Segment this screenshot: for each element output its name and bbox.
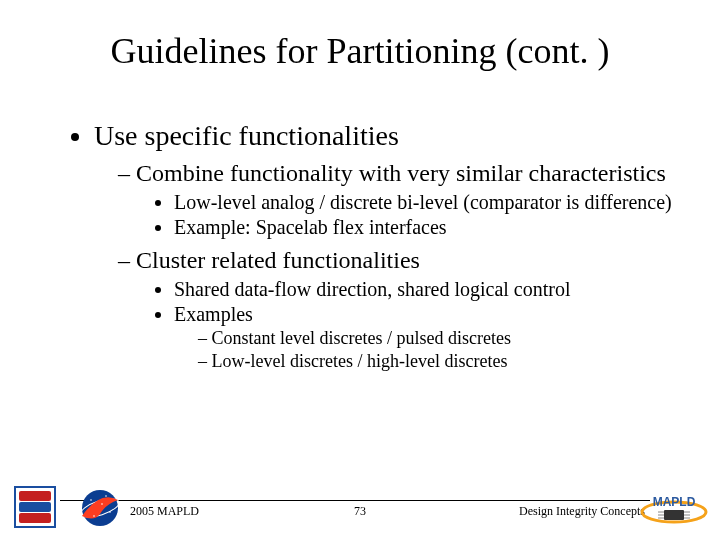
bullet-l3: Example: Spacelab flex interfaces	[174, 216, 680, 239]
svr-logo-icon	[14, 486, 56, 528]
svg-point-4	[109, 511, 111, 513]
nasa-logo-icon	[76, 486, 124, 530]
slide-content: Use specific functionalities Combine fun…	[70, 120, 680, 380]
bullet-text: Low-level analog / discrete bi-level (co…	[174, 191, 672, 213]
svg-text:MAPLD: MAPLD	[653, 495, 696, 509]
footer-right: Design Integrity Concepts	[519, 504, 645, 519]
svg-point-6	[101, 503, 103, 505]
bullet-sublist: Constant level discretes / pulsed discre…	[174, 328, 680, 372]
bullet-sublist: Low-level analog / discrete bi-level (co…	[134, 191, 680, 239]
bullet-l3: Examples Constant level discretes / puls…	[174, 303, 680, 372]
slide-title: Guidelines for Partitioning (cont. )	[0, 30, 720, 72]
svg-point-5	[93, 515, 95, 517]
mapld-logo-icon: MAPLD	[640, 488, 708, 528]
bullet-l3: Shared data-flow direction, shared logic…	[174, 278, 680, 301]
slide: Guidelines for Partitioning (cont. ) Use…	[0, 0, 720, 540]
svg-point-2	[90, 499, 92, 501]
bullet-text: Combine functionality with very similar …	[136, 160, 666, 186]
bullet-l4: Constant level discretes / pulsed discre…	[198, 328, 680, 349]
footer-divider	[60, 500, 650, 501]
bullet-l3: Low-level analog / discrete bi-level (co…	[174, 191, 680, 214]
bullet-text: Shared data-flow direction, shared logic…	[174, 278, 571, 300]
bullet-list: Use specific functionalities Combine fun…	[70, 120, 680, 372]
bullet-sublist: Shared data-flow direction, shared logic…	[134, 278, 680, 372]
bullet-text: Constant level discretes / pulsed discre…	[212, 328, 511, 348]
svg-rect-9	[664, 510, 684, 520]
svg-point-3	[105, 495, 107, 497]
bullet-text: Cluster related functionalities	[136, 247, 420, 273]
bullet-text: Low-level discretes / high-level discret…	[212, 351, 508, 371]
bullet-text: Use specific functionalities	[94, 120, 399, 151]
bullet-l1: Use specific functionalities Combine fun…	[94, 120, 680, 372]
bullet-l4: Low-level discretes / high-level discret…	[198, 351, 680, 372]
bullet-l2: Combine functionality with very similar …	[118, 160, 680, 239]
bullet-text: Example: Spacelab flex interfaces	[174, 216, 447, 238]
bullet-text: Examples	[174, 303, 253, 325]
bullet-sublist: Combine functionality with very similar …	[94, 160, 680, 372]
bullet-l2: Cluster related functionalities Shared d…	[118, 247, 680, 372]
